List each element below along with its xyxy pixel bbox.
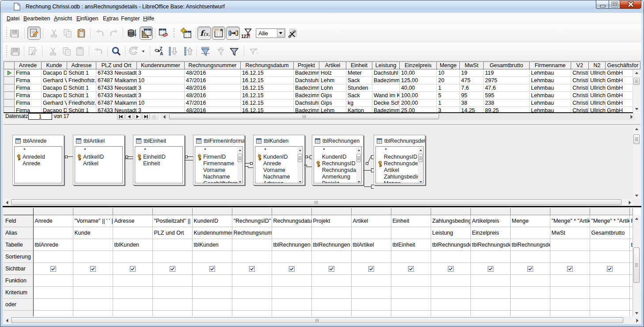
table-box-title[interactable]: tblRechnungen bbox=[312, 135, 363, 146]
table-box-scrollbar[interactable] bbox=[297, 147, 303, 183]
table-box-scrollbar[interactable] bbox=[418, 147, 424, 183]
design-cell-funktion[interactable] bbox=[153, 275, 193, 287]
field-row[interactable]: * bbox=[376, 147, 423, 154]
distinct-values-button[interactable]: 123 ! bbox=[241, 27, 252, 40]
design-cell-alias[interactable] bbox=[352, 227, 391, 239]
design-grid-column-header[interactable] bbox=[153, 208, 193, 215]
cell[interactable]: 16.12.15 bbox=[241, 99, 294, 107]
design-cell-sortierung[interactable] bbox=[431, 251, 471, 263]
join-pane-vscrollbar-thumb[interactable] bbox=[633, 134, 640, 144]
design-cell-tabelle[interactable]: tblRechnungsdet bbox=[431, 239, 471, 251]
column-header-kundennummer[interactable]: Kundennummer bbox=[137, 61, 185, 69]
design-cell-oder[interactable] bbox=[391, 299, 431, 311]
column-header-rechnungsdatum[interactable]: Rechnungsdatum bbox=[241, 61, 294, 69]
field-row[interactable]: Menge bbox=[376, 180, 423, 183]
table-box-scrollbar-thumb[interactable] bbox=[418, 154, 423, 162]
design-grid-vscrollbar-up-arrow-icon[interactable] bbox=[633, 215, 640, 222]
sichtbar-checkbox[interactable] bbox=[170, 266, 175, 272]
cell[interactable]: Lehmbau bbox=[530, 92, 571, 99]
design-cell-feld[interactable]: Projekt bbox=[312, 215, 352, 227]
design-cell-sichtbar[interactable] bbox=[232, 263, 272, 275]
join-pane-vscrollbar[interactable] bbox=[633, 125, 640, 199]
cell[interactable]: Gips bbox=[319, 92, 346, 99]
design-cell-feld[interactable]: "Postleitzahl" || ' bbox=[153, 215, 193, 227]
design-cell-feld[interactable]: Adresse bbox=[113, 215, 153, 227]
design-cell-alias[interactable] bbox=[312, 227, 352, 239]
table-box-scrollbar-up-arrow-icon[interactable] bbox=[237, 147, 243, 153]
design-cell-alias[interactable]: MwSt bbox=[550, 227, 590, 239]
design-cell-tabelle[interactable]: tblKunden bbox=[113, 239, 153, 251]
alias-button[interactable] bbox=[226, 27, 240, 40]
design-cell-sortierung[interactable] bbox=[590, 251, 630, 263]
field-row[interactable]: FirmenID bbox=[195, 154, 242, 160]
sichtbar-checkbox[interactable] bbox=[567, 266, 573, 272]
design-cell-sichtbar[interactable] bbox=[431, 263, 471, 275]
design-cell-oder[interactable] bbox=[590, 299, 630, 311]
field-row[interactable]: Einheit bbox=[135, 160, 182, 167]
table-row[interactable]: FirmaDacapo DaSchütt 167433 Neustadt348/… bbox=[4, 107, 640, 112]
design-cell-feld[interactable]: Artikel bbox=[352, 215, 391, 227]
sichtbar-checkbox[interactable] bbox=[130, 266, 136, 272]
design-cell-kriterium[interactable] bbox=[73, 287, 113, 299]
column-header-mwst[interactable]: MwSt bbox=[460, 61, 484, 69]
cell[interactable]: Badezimm bbox=[294, 107, 319, 112]
cell[interactable]: 100,00 bbox=[400, 92, 437, 99]
field-row[interactable]: KundenID bbox=[314, 154, 361, 160]
cell[interactable]: Christi bbox=[571, 84, 589, 92]
field-row[interactable]: Rechnungsdatum bbox=[314, 167, 361, 174]
sichtbar-checkbox[interactable] bbox=[50, 266, 56, 272]
cell[interactable]: GmbH bbox=[606, 77, 633, 84]
cell[interactable]: Lehm bbox=[319, 77, 346, 84]
design-cell-sichtbar[interactable] bbox=[312, 263, 352, 275]
design-cell-kriterium[interactable] bbox=[272, 287, 312, 299]
record-position-field[interactable]: 1 bbox=[28, 113, 52, 120]
table-box-scrollbar[interactable] bbox=[356, 147, 362, 183]
design-cell-sichtbar[interactable] bbox=[352, 263, 391, 275]
toolbar-drag-handle[interactable] bbox=[5, 46, 8, 57]
design-cell-alias[interactable] bbox=[630, 227, 633, 239]
cell[interactable]: Dacapo Da bbox=[42, 92, 67, 99]
design-grid-column-header[interactable] bbox=[352, 208, 391, 215]
design-grid-column-header[interactable] bbox=[113, 208, 153, 215]
cell[interactable]: 67487 Maikamm bbox=[96, 77, 137, 84]
sichtbar-checkbox[interactable] bbox=[249, 266, 255, 272]
run-query-button[interactable] bbox=[127, 27, 137, 40]
design-cell-kriterium[interactable] bbox=[630, 287, 633, 299]
find-record-button[interactable] bbox=[111, 45, 121, 58]
design-cell-kriterium[interactable] bbox=[232, 287, 272, 299]
design-cell-sichtbar[interactable] bbox=[193, 263, 232, 275]
cell[interactable]: Dacapo Da bbox=[42, 84, 67, 92]
design-grid-column-header[interactable] bbox=[511, 208, 550, 215]
refresh-dropdown-icon[interactable] bbox=[141, 45, 145, 58]
design-cell-tabelle[interactable]: tblRechnungsdet bbox=[471, 239, 511, 251]
toolbar-drag-handle[interactable] bbox=[5, 27, 8, 39]
menu-ansicht[interactable]: Ansicht bbox=[51, 13, 75, 24]
field-row[interactable]: AnredeId bbox=[15, 154, 62, 160]
cell[interactable]: Dachstuhl bbox=[372, 69, 400, 77]
cell[interactable]: Lehmbau bbox=[530, 69, 571, 77]
cell[interactable]: Christi bbox=[571, 92, 589, 99]
design-cell-tabelle[interactable]: tblFirmenin bbox=[630, 239, 633, 251]
design-cell-oder[interactable] bbox=[34, 299, 73, 311]
design-cell-oder[interactable] bbox=[272, 299, 312, 311]
cell[interactable]: GmbH bbox=[606, 69, 633, 77]
sort-ascending-button[interactable] bbox=[168, 45, 178, 58]
field-row[interactable]: Zahlungsbedingu bbox=[376, 174, 423, 180]
design-cell-tabelle[interactable] bbox=[550, 239, 590, 251]
cell[interactable]: 95 bbox=[460, 92, 484, 99]
auto-filter-button[interactable] bbox=[200, 45, 211, 58]
design-cell-kriterium[interactable] bbox=[352, 287, 391, 299]
paste-button[interactable] bbox=[76, 27, 87, 40]
table-box-scrollbar-up-arrow-icon[interactable] bbox=[297, 147, 303, 153]
cell[interactable]: Ullrich bbox=[589, 69, 606, 77]
row-selector[interactable] bbox=[4, 107, 15, 112]
design-grid-column-header[interactable] bbox=[630, 208, 633, 215]
design-cell-oder[interactable] bbox=[471, 299, 511, 311]
join-pane-hscrollbar-left-arrow-icon[interactable] bbox=[4, 199, 11, 206]
design-cell-alias[interactable]: Kundennummer bbox=[193, 227, 232, 239]
sort-descending-button[interactable] bbox=[183, 45, 194, 58]
cell[interactable]: GmbH bbox=[606, 84, 633, 92]
column-header-projekt[interactable]: Projekt bbox=[294, 61, 319, 69]
cell[interactable]: Gips bbox=[319, 99, 346, 107]
cell[interactable]: 48/2016 bbox=[185, 107, 241, 112]
